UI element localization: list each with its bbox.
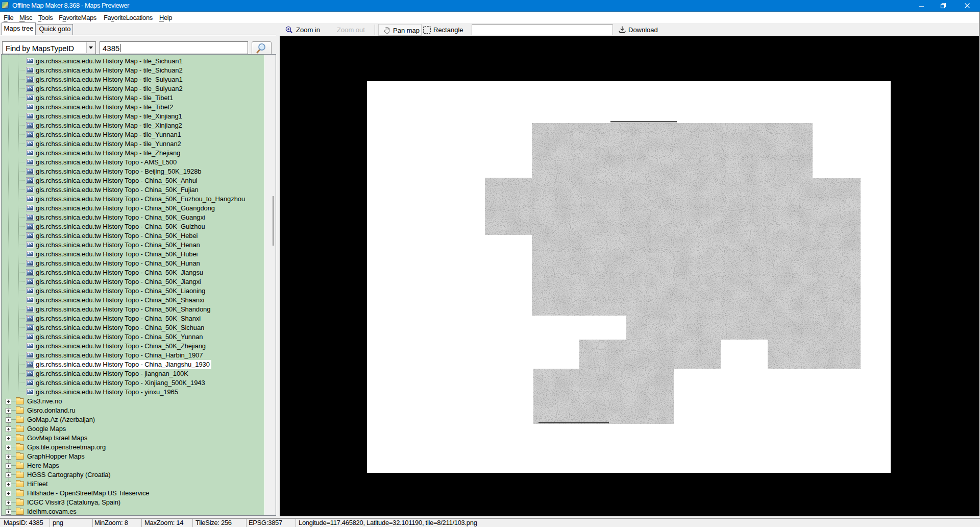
tree-item-label[interactable]: gis.rchss.sinica.edu.tw History Map - ti… [34,93,175,103]
expand-plus-icon[interactable] [6,426,11,432]
tree-item-label[interactable]: gis.rchss.sinica.edu.tw History Topo - C… [34,259,202,268]
tree-row[interactable]: HiFleet [2,480,265,489]
tree-row[interactable]: gis.rchss.sinica.edu.tw History Map - ti… [2,93,265,103]
tree-row[interactable]: gis.rchss.sinica.edu.tw History Topo - C… [2,268,265,277]
tree-folder-label[interactable]: Google Maps [26,424,67,434]
expand-plus-icon[interactable] [6,417,11,423]
tree-row[interactable]: gis.rchss.sinica.edu.tw History Map - ti… [2,112,265,121]
tree-row[interactable]: gis.rchss.sinica.edu.tw History Topo - C… [2,241,265,250]
tree-row[interactable]: gis.rchss.sinica.edu.tw History Map - ti… [2,84,265,93]
tree-folder-label[interactable]: Here Maps [26,461,61,470]
tree-row[interactable]: gis.rchss.sinica.edu.tw History Topo - C… [2,250,265,259]
tree-item-label[interactable]: gis.rchss.sinica.edu.tw History Map - ti… [34,139,183,149]
tree-row[interactable]: Hillshade - OpenStreetMap US Tileservice [2,489,265,498]
tree-row[interactable]: gis.rchss.sinica.edu.tw History Topo - C… [2,277,265,286]
tab-quick-goto[interactable]: Quick goto [37,24,73,35]
expand-plus-icon[interactable] [6,463,11,469]
tree-scrollbar[interactable] [266,55,276,515]
tree-row[interactable]: gis.rchss.sinica.edu.tw History Map - ti… [2,139,265,149]
download-icon[interactable] [618,26,626,34]
tree-item-label[interactable]: gis.rchss.sinica.edu.tw History Topo - A… [34,158,178,167]
expand-plus-icon[interactable] [6,500,11,506]
tree-item-label[interactable]: gis.rchss.sinica.edu.tw History Topo - C… [34,277,203,286]
search-input[interactable]: 4385 [100,41,248,54]
tree-item-label[interactable]: gis.rchss.sinica.edu.tw History Map - ti… [34,57,184,66]
restore-button[interactable] [932,0,954,11]
pan-map-button[interactable]: Pan map [378,24,422,36]
tree-row[interactable]: gis.rchss.sinica.edu.tw History Map - ti… [2,66,265,75]
tree-folder-label[interactable]: GovMap Israel Maps [26,434,89,443]
tree-row[interactable]: gis.rchss.sinica.edu.tw History Map - ti… [2,130,265,139]
tree-folder-label[interactable]: Hillshade - OpenStreetMap US Tileservice [26,489,151,498]
tree-row[interactable]: gis.rchss.sinica.edu.tw History Topo - C… [2,305,265,314]
tree-row[interactable]: GoMap.Az (Azerbaijan) [2,415,265,424]
tree-item-label[interactable]: gis.rchss.sinica.edu.tw History Topo - C… [34,195,247,204]
tree-row[interactable]: gis.rchss.sinica.edu.tw History Topo - C… [2,195,265,204]
tree-item-label[interactable]: gis.rchss.sinica.edu.tw History Topo - B… [34,167,203,176]
menu-misc[interactable]: Misc [19,12,32,23]
tree-row[interactable]: gis.rchss.sinica.edu.tw History Map - ti… [2,75,265,84]
find-by-combobox[interactable]: Find by MapsTypeID [2,41,96,54]
tree-item-label[interactable]: gis.rchss.sinica.edu.tw History Topo - C… [34,241,202,250]
tree-item-label[interactable]: gis.rchss.sinica.edu.tw History Topo - C… [34,222,207,231]
tree-row[interactable]: HGSS Cartography (Croatia) [2,470,265,480]
tree-item-label[interactable]: gis.rchss.sinica.edu.tw History Topo - C… [34,360,211,369]
map-viewport[interactable] [280,36,979,516]
tree-row[interactable]: gis.rchss.sinica.edu.tw History Map - ti… [2,103,265,112]
tree-item-label[interactable]: gis.rchss.sinica.edu.tw History Map - ti… [34,84,184,93]
tab-maps-tree[interactable]: Maps tree [2,22,36,35]
expand-plus-icon[interactable] [6,436,11,441]
tree-row[interactable]: gis.rchss.sinica.edu.tw History Topo - C… [2,204,265,213]
tree-row[interactable]: gis.rchss.sinica.edu.tw History Map - ti… [2,121,265,130]
menu-help[interactable]: Help [159,12,172,23]
tree-row[interactable]: gis.rchss.sinica.edu.tw History Topo - C… [2,231,265,241]
tree-view[interactable]: gis.rchss.sinica.edu.tw History Map - ti… [2,55,265,515]
tree-row[interactable]: Ideihm.covam.es [2,507,265,515]
tree-item-label[interactable]: gis.rchss.sinica.edu.tw History Topo - C… [34,332,204,342]
tree-row[interactable]: gis.rchss.sinica.edu.tw History Topo - B… [2,167,265,176]
tree-item-label[interactable]: gis.rchss.sinica.edu.tw History Topo - C… [34,342,207,351]
tree-row[interactable]: gis.rchss.sinica.edu.tw History Topo - C… [2,314,265,323]
tree-folder-label[interactable]: HiFleet [26,480,49,489]
tree-scrollbar-thumb[interactable] [273,196,274,246]
tree-folder-label[interactable]: HGSS Cartography (Croatia) [26,470,112,480]
menu-favoritemaps[interactable]: FavoriteMaps [59,12,96,23]
tree-item-label[interactable]: gis.rchss.sinica.edu.tw History Topo - C… [34,185,200,195]
tree-row[interactable]: gis.rchss.sinica.edu.tw History Map - ti… [2,57,265,66]
rectangle-button[interactable]: Rectangle [433,23,463,36]
tree-row[interactable]: gis.rchss.sinica.edu.tw History Topo - j… [2,369,265,378]
combo-dropdown-button[interactable] [86,42,95,53]
tree-row[interactable]: Google Maps [2,424,265,434]
tree-row[interactable]: gis.rchss.sinica.edu.tw History Topo - X… [2,378,265,388]
expand-plus-icon[interactable] [6,509,11,515]
tree-row[interactable]: gis.rchss.sinica.edu.tw History Topo - C… [2,351,265,360]
tree-item-label[interactable]: gis.rchss.sinica.edu.tw History Topo - C… [34,351,204,360]
tree-item-label[interactable]: gis.rchss.sinica.edu.tw History Map - ti… [34,66,184,75]
zoom-out-button[interactable]: Zoom out [337,23,365,36]
tree-item-label[interactable]: gis.rchss.sinica.edu.tw History Topo - C… [34,213,207,222]
map-id-input[interactable] [472,25,613,35]
tree-row[interactable]: gis.rchss.sinica.edu.tw History Topo - C… [2,332,265,342]
tree-folder-label[interactable]: GraphHopper Maps [26,452,86,461]
rectangle-icon[interactable] [423,26,431,34]
tree-item-label[interactable]: gis.rchss.sinica.edu.tw History Topo - X… [34,378,207,388]
tree-folder-label[interactable]: Gis3.nve.no [26,397,63,406]
tree-folder-label[interactable]: Gps.tile.openstreetmap.org [26,443,107,452]
zoom-in-button[interactable]: Zoom in [296,23,320,36]
tree-item-label[interactable]: gis.rchss.sinica.edu.tw History Topo - C… [34,305,212,314]
search-button[interactable] [252,41,272,55]
close-button[interactable] [955,0,978,11]
tree-row[interactable]: gis.rchss.sinica.edu.tw History Topo - C… [2,342,265,351]
zoom-in-icon[interactable] [285,26,293,34]
tree-row[interactable]: Here Maps [2,461,265,470]
tree-folder-label[interactable]: ICGC Vissir3 (Catalunya, Spain) [26,498,122,507]
menu-file[interactable]: File [4,12,13,23]
tree-row[interactable]: gis.rchss.sinica.edu.tw History Map - ti… [2,149,265,158]
tree-row[interactable]: gis.rchss.sinica.edu.tw History Topo - C… [2,185,265,195]
tree-row[interactable]: ICGC Vissir3 (Catalunya, Spain) [2,498,265,507]
tree-item-label[interactable]: gis.rchss.sinica.edu.tw History Map - ti… [34,75,184,84]
tree-row[interactable]: gis.rchss.sinica.edu.tw History Topo - y… [2,388,265,397]
expand-plus-icon[interactable] [6,454,11,460]
tree-row[interactable]: gis.rchss.sinica.edu.tw History Topo - C… [2,259,265,268]
tree-item-label[interactable]: gis.rchss.sinica.edu.tw History Topo - C… [34,204,216,213]
